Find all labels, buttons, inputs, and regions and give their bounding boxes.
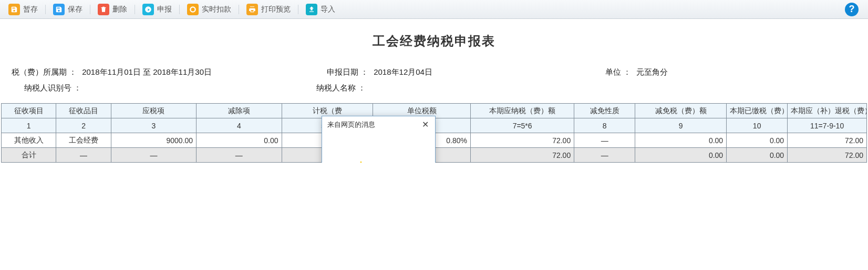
cell-total-c2: — [56,148,111,163]
page-title: 工会经费纳税申报表 [0,33,868,49]
cell-total-c10: 0.00 [727,148,788,163]
idx-2: 2 [56,118,111,133]
cell-r1c10[interactable]: 0.00 [727,133,788,148]
th-col-10: 本期已缴税（费）额 [727,104,788,118]
toolbar-label: 申报 [157,5,172,14]
th-col-4: 减除项 [197,104,282,118]
taxpayer-name-label: 纳税人名称 ： [316,83,366,93]
th-col-7: 本期应纳税（费）额 [471,104,574,118]
period-label: 税（费）所属期 ： [12,67,77,77]
dialog-title: 来自网页的消息 [327,120,375,129]
import-icon [306,4,317,15]
cell-total-c4: — [197,148,282,163]
toolbar-label: 导入 [321,5,335,14]
idx-9: 9 [635,118,727,133]
dialog-header: 来自网页的消息 ✕ [322,116,435,132]
toolbar-label: 删除 [112,5,127,14]
period-value: 2018年11月01日 至 2018年11月30日 [82,67,212,77]
cell-r1c2: 工会经费 [56,133,111,148]
cell-r1c9[interactable]: 0.00 [635,133,727,148]
print-icon [246,4,258,15]
toolbar-pay-button[interactable]: 实时扣款 [184,3,234,16]
cell-r1c4[interactable]: 0.00 [197,133,282,148]
cell-total-c1: 合计 [2,148,56,163]
toolbar-separator [179,5,180,14]
idx-7: 7=5*6 [471,118,574,133]
toolbar-delete-button[interactable]: 删除 [95,3,130,16]
toolbar-help-wrap: ? [845,3,859,16]
pay-icon [187,4,199,15]
cell-r1c3[interactable]: 9000.00 [111,133,196,148]
th-col-8: 减免性质 [574,104,635,118]
th-col-3: 应税项 [111,104,196,118]
toolbar-label: 暂存 [23,5,38,14]
toolbar-label: 保存 [68,5,82,14]
cell-total-c3: — [111,148,196,163]
save-draft-icon [8,4,20,15]
cell-total-c9: 0.00 [635,148,727,163]
cell-total-c8: — [574,148,635,163]
toolbar-declare-button[interactable]: 申报 [139,3,175,16]
idx-3: 3 [111,118,196,133]
th-col-2: 征收品目 [56,104,111,118]
delete-icon [98,4,109,15]
warning-icon [350,161,371,163]
declare-date-value: 2018年12月04日 [374,67,432,77]
cell-r1c11: 72.00 [788,133,867,148]
close-icon[interactable]: ✕ [420,119,431,129]
unit-value: 元至角分 [636,67,668,77]
toolbar-separator [239,5,239,14]
th-col-9: 减免税（费）额 [635,104,727,118]
cell-total-c7: 72.00 [471,148,574,163]
declare-date-label: 申报日期 ： [327,67,368,77]
toolbar-separator [298,5,298,14]
toolbar-separator [90,5,90,14]
idx-1: 1 [2,118,56,133]
th-col-1: 征收项目 [2,104,56,118]
meta-block: 税（费）所属期 ： 2018年11月01日 至 2018年11月30日 纳税人识… [0,49,868,100]
idx-11: 11=7-9-10 [788,118,867,133]
cell-total-c11: 72.00 [788,148,867,163]
cell-r1c7: 72.00 [471,133,574,148]
toolbar-print-button[interactable]: 打印预览 [243,3,294,16]
toolbar-separator [45,5,46,14]
toolbar-separator [135,5,135,14]
taxpayer-id-label: 纳税人识别号 ： [24,83,81,93]
toolbar-save-button[interactable]: 保存 [50,3,86,16]
toolbar-label: 打印预览 [261,5,291,14]
help-icon[interactable]: ? [845,3,859,16]
declare-icon [142,4,154,15]
cell-r1c1: 其他收入 [2,133,56,148]
toolbar: 暂存 保存 删除 申报 实时扣款 打印预览 [0,0,868,19]
toolbar-stash-button[interactable]: 暂存 [5,3,41,16]
unit-label: 单位 ： [605,67,631,77]
idx-10: 10 [727,118,788,133]
dialog-body: 申报成功 [322,132,435,163]
idx-8: 8 [574,118,635,133]
cell-r1c8: — [574,133,635,148]
th-col-11: 本期应（补）退税（费）额 [788,104,867,118]
save-icon [53,4,65,15]
toolbar-label: 实时扣款 [202,5,231,14]
alert-dialog: 来自网页的消息 ✕ 申报成功 确定 [322,116,436,163]
toolbar-import-button[interactable]: 导入 [303,3,338,16]
idx-4: 4 [197,118,282,133]
